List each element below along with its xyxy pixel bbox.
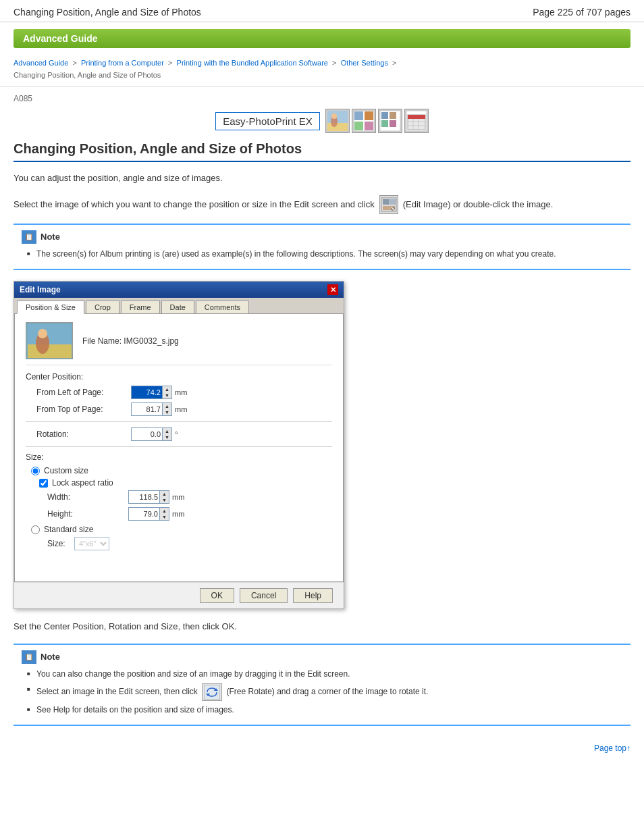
- page-pager: Page 225 of 707 pages: [533, 7, 630, 18]
- from-top-spinbox[interactable]: ▲ ▼: [131, 402, 172, 416]
- from-left-arrows: ▲ ▼: [162, 386, 171, 398]
- from-top-arrows: ▲ ▼: [162, 403, 171, 415]
- page-top-area: Page top↑: [14, 737, 630, 760]
- app-icon-1: [325, 109, 350, 133]
- breadcrumb-advanced-guide[interactable]: Advanced Guide: [14, 59, 68, 67]
- from-top-label: From Top of Page:: [36, 405, 131, 414]
- rotation-spinbox[interactable]: ▲ ▼: [131, 427, 172, 441]
- standard-size-radio-row: Standard size: [26, 525, 332, 534]
- article-intro: You can adjust the position, angle and s…: [14, 172, 630, 186]
- edit-image-icon: [379, 195, 398, 214]
- note2-item-2: See Help for details on the position and…: [27, 704, 622, 716]
- from-top-input[interactable]: [132, 403, 162, 415]
- from-top-down[interactable]: ▼: [163, 409, 171, 415]
- svg-rect-10: [381, 112, 388, 119]
- custom-size-label: Custom size: [44, 466, 88, 475]
- breadcrumb-bundled-software[interactable]: Printing with the Bundled Application So…: [177, 59, 328, 67]
- dialog-body: File Name: IMG0032_s.jpg Center Position…: [14, 314, 344, 582]
- from-left-down[interactable]: ▼: [163, 392, 171, 398]
- dialog-filename-label: File Name:: [82, 336, 124, 346]
- app-title-box: Easy-PhotoPrint EX: [215, 112, 320, 130]
- height-input[interactable]: [129, 508, 159, 520]
- rotation-down[interactable]: ▼: [163, 434, 171, 440]
- svg-rect-12: [381, 120, 388, 127]
- breadcrumb-printing-computer[interactable]: Printing from a Computer: [81, 59, 164, 67]
- dialog-help-button[interactable]: Help: [293, 588, 333, 603]
- svg-rect-28: [28, 344, 72, 358]
- note-title-1: Note: [41, 232, 60, 242]
- custom-size-radio[interactable]: [31, 467, 40, 475]
- size-select[interactable]: 4"x6": [74, 537, 109, 550]
- dialog-buttons: OK Cancel Help: [14, 582, 344, 608]
- width-down[interactable]: ▼: [160, 497, 169, 503]
- note-list-1: The screen(s) for Album printing is (are…: [22, 248, 622, 261]
- note2-item-0: You can also change the position and siz…: [27, 668, 622, 681]
- page-header-title: Changing Position, Angle and Size of Pho…: [14, 7, 201, 18]
- center-position-label: Center Position:: [26, 372, 332, 382]
- article-id: A085: [14, 94, 630, 103]
- width-unit: mm: [172, 493, 184, 501]
- height-down[interactable]: ▼: [160, 514, 169, 520]
- lock-aspect-checkbox[interactable]: [39, 479, 48, 488]
- breadcrumb-other-settings[interactable]: Other Settings: [341, 59, 388, 67]
- tab-position-size[interactable]: Position & Size: [17, 301, 84, 314]
- svg-rect-31: [204, 685, 220, 700]
- height-unit: mm: [172, 510, 184, 518]
- width-input[interactable]: [129, 491, 159, 503]
- custom-size-radio-row: Custom size: [26, 466, 332, 475]
- from-top-up[interactable]: ▲: [163, 403, 171, 409]
- svg-rect-22: [383, 199, 390, 205]
- width-label: Width:: [47, 492, 128, 502]
- note-header-1: 📋 Note: [22, 230, 622, 244]
- from-left-label: From Left of Page:: [36, 388, 131, 397]
- dialog-ok-button[interactable]: OK: [200, 588, 234, 603]
- rotation-row: Rotation: ▲ ▼ °: [26, 427, 332, 441]
- dialog-spacer: [26, 553, 332, 573]
- width-spinbox[interactable]: ▲ ▼: [128, 490, 169, 504]
- inline-instruction: Select the image of which you want to ch…: [14, 195, 630, 214]
- note-icon-2: 📋: [22, 650, 36, 664]
- svg-rect-11: [390, 112, 396, 119]
- from-left-row: From Left of Page: ▲ ▼ mm: [26, 386, 332, 399]
- app-icon-4: [404, 109, 429, 133]
- rotation-input[interactable]: [132, 428, 162, 440]
- dialog-cancel-button[interactable]: Cancel: [240, 588, 288, 603]
- tab-crop[interactable]: Crop: [86, 301, 119, 313]
- tab-comments[interactable]: Comments: [196, 301, 249, 313]
- app-icon-3: [378, 109, 402, 133]
- from-left-up[interactable]: ▲: [163, 386, 171, 392]
- svg-rect-5: [354, 111, 363, 120]
- height-spinbox[interactable]: ▲ ▼: [128, 507, 169, 521]
- tab-frame[interactable]: Frame: [121, 301, 160, 313]
- height-up[interactable]: ▲: [160, 508, 169, 514]
- dialog-title: Edit Image: [20, 285, 61, 294]
- free-rotate-icon: [202, 683, 222, 701]
- from-left-input[interactable]: [132, 386, 162, 398]
- page-header: Changing Position, Angle and Size of Pho…: [0, 0, 644, 22]
- svg-rect-1: [327, 123, 348, 131]
- width-arrows: ▲ ▼: [159, 491, 169, 503]
- note-title-2: Note: [41, 652, 60, 662]
- page-top-link[interactable]: Page top↑: [594, 744, 630, 753]
- dialog-titlebar: Edit Image ✕: [14, 282, 344, 298]
- from-top-row: From Top of Page: ▲ ▼ mm: [26, 402, 332, 416]
- from-left-spinbox[interactable]: ▲ ▼: [131, 386, 172, 399]
- dialog-close-button[interactable]: ✕: [327, 284, 338, 295]
- instruction-text: Select the image of which you want to ch…: [14, 197, 375, 212]
- note2-item1-prefix: Select an image in the Edit screen, then…: [36, 687, 198, 696]
- lock-aspect-label: Lock aspect ratio: [52, 478, 113, 488]
- article-title: Changing Position, Angle and Size of Pho…: [14, 141, 630, 162]
- rotation-label: Rotation:: [36, 429, 131, 439]
- tab-date[interactable]: Date: [161, 301, 194, 313]
- note2-item-1: Select an image in the Edit screen, then…: [27, 683, 622, 701]
- rotation-up[interactable]: ▲: [163, 428, 171, 434]
- rotation-arrows: ▲ ▼: [162, 428, 171, 440]
- note2-item1-suffix: (Free Rotate) and drag a corner of the i…: [226, 687, 428, 696]
- breadcrumb-current: Changing Position, Angle and Size of Pho…: [14, 71, 161, 79]
- note-box-2: 📋 Note You can also change the position …: [14, 644, 630, 726]
- width-up[interactable]: ▲: [160, 491, 169, 497]
- app-icons: [325, 109, 429, 133]
- svg-rect-16: [408, 115, 425, 119]
- breadcrumb: Advanced Guide > Printing from a Compute…: [0, 55, 644, 87]
- standard-size-radio[interactable]: [31, 525, 40, 534]
